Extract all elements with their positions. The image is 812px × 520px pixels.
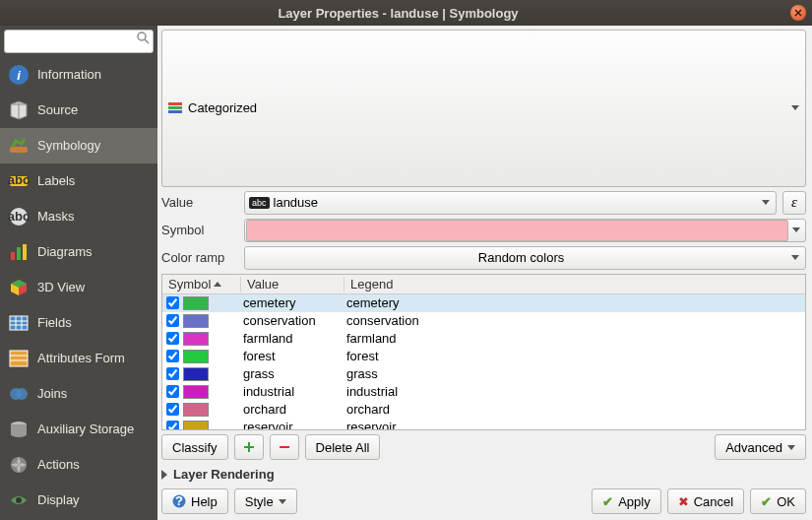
nav-item-information[interactable]: iInformation [0,57,157,93]
delete-all-button[interactable]: Delete All [305,434,381,460]
value-field-combo[interactable]: abc landuse [244,191,777,215]
help-button[interactable]: ? Help [161,488,228,514]
color-swatch[interactable] [183,332,209,346]
color-swatch[interactable] [183,403,209,417]
row-checkbox[interactable] [166,403,179,416]
actions-icon [8,454,30,476]
table-row[interactable]: conservationconservation [162,312,805,330]
svg-point-21 [16,388,28,400]
nav-item-display[interactable]: Display [0,483,157,518]
row-value: orchard [241,402,344,417]
table-row[interactable]: cemeterycemetery [162,294,805,312]
style-button[interactable]: Style [234,488,297,514]
row-value: forest [241,349,344,363]
row-legend: cemetery [344,295,805,310]
col-symbol[interactable]: Symbol [162,277,241,292]
color-swatch[interactable] [183,421,209,430]
table-row[interactable]: grassgrass [162,365,805,383]
main-panel: Categorized Value abc landuse ε Symbol C… [157,26,812,520]
chevron-down-icon [787,445,795,450]
row-checkbox[interactable] [166,367,179,380]
symbol-label: Symbol [161,223,238,237]
add-button[interactable] [234,434,264,460]
nav-label: Fields [37,316,72,330]
row-checkbox[interactable] [166,296,179,309]
nav-label: Source [37,103,78,117]
ok-button[interactable]: ✔OK [750,488,806,514]
row-checkbox[interactable] [166,350,179,362]
svg-line-1 [145,39,149,43]
labels-icon: abc [8,170,30,192]
row-checkbox[interactable] [166,421,179,429]
color-ramp-combo[interactable]: Random colors [244,246,806,270]
color-swatch[interactable] [183,350,209,363]
nav-item-masks[interactable]: abcMasks [0,199,157,234]
classify-button[interactable]: Classify [161,434,228,460]
symbol-preview-button[interactable] [244,219,806,242]
row-checkbox[interactable] [166,314,179,327]
symbol-preview [246,220,788,241]
nav-item-diagrams[interactable]: Diagrams [0,234,157,270]
col-value[interactable]: Value [241,277,344,292]
nav-item-actions[interactable]: Actions [0,447,157,483]
nav-label: Diagrams [37,245,93,259]
masks-icon: abc [8,206,30,228]
chevron-down-icon [791,105,799,110]
color-swatch[interactable] [183,385,209,399]
color-swatch[interactable] [183,367,209,381]
chevron-down-icon [279,499,286,504]
color-swatch[interactable] [183,314,209,328]
nav-item-joins[interactable]: Joins [0,376,157,412]
svg-rect-12 [10,316,28,330]
chevron-down-icon [791,255,799,260]
row-value: reservoir [241,420,344,429]
nav-item-symbology[interactable]: Symbology [0,128,157,163]
table-row[interactable]: farmlandfarmland [162,330,805,348]
nav-item-source[interactable]: Source [0,93,157,128]
expression-button[interactable]: ε [782,191,806,215]
window-title: Layer Properties - landuse | Symbology [6,6,790,21]
nav-item-3d-view[interactable]: 3D View [0,270,157,305]
fields-icon [8,312,30,334]
table-row[interactable]: reservoirreservoir [162,419,805,430]
search-input[interactable] [4,30,154,53]
joins-icon [8,383,30,405]
cancel-button[interactable]: ✖Cancel [667,488,744,514]
nav-item-fields[interactable]: Fields [0,305,157,341]
table-row[interactable]: orchardorchard [162,401,805,419]
remove-button[interactable] [270,434,299,460]
row-legend: forest [344,349,805,363]
3dview-icon [8,277,30,298]
row-checkbox[interactable] [166,332,179,345]
row-legend: grass [344,366,805,381]
row-legend: orchard [344,402,805,417]
nav-label: Display [37,493,80,507]
nav-label: Symbology [37,139,100,153]
apply-button[interactable]: ✔Apply [592,488,661,514]
nav-item-auxiliary-storage[interactable]: Auxiliary Storage [0,412,157,447]
close-icon[interactable] [790,5,806,21]
svg-text:i: i [17,68,21,83]
check-icon: ✔ [602,494,613,509]
layer-rendering-section[interactable]: Layer Rendering [161,464,806,485]
advanced-button[interactable]: Advanced [715,434,806,460]
nav-label: Auxiliary Storage [37,422,134,436]
nav-item-labels[interactable]: abcLabels [0,163,157,199]
chevron-down-icon [792,228,800,232]
nav-label: Attributes Form [37,352,125,365]
table-row[interactable]: forestforest [162,348,805,365]
ramp-value: Random colors [251,250,791,265]
table-row[interactable]: industrialindustrial [162,383,805,401]
chevron-down-icon [762,200,770,205]
minus-icon [279,441,290,453]
search-icon [136,31,150,44]
row-checkbox[interactable] [166,385,179,398]
col-legend[interactable]: Legend [344,277,805,292]
nav-item-attributes-form[interactable]: Attributes Form [0,341,157,376]
renderer-type-combo[interactable]: Categorized [161,30,806,187]
diagrams-icon [8,241,30,263]
sidebar: iInformationSourceSymbologyabcLabelsabcM… [0,26,157,520]
color-swatch[interactable] [183,296,209,310]
svg-point-0 [138,32,146,40]
attrform-icon [8,348,30,369]
